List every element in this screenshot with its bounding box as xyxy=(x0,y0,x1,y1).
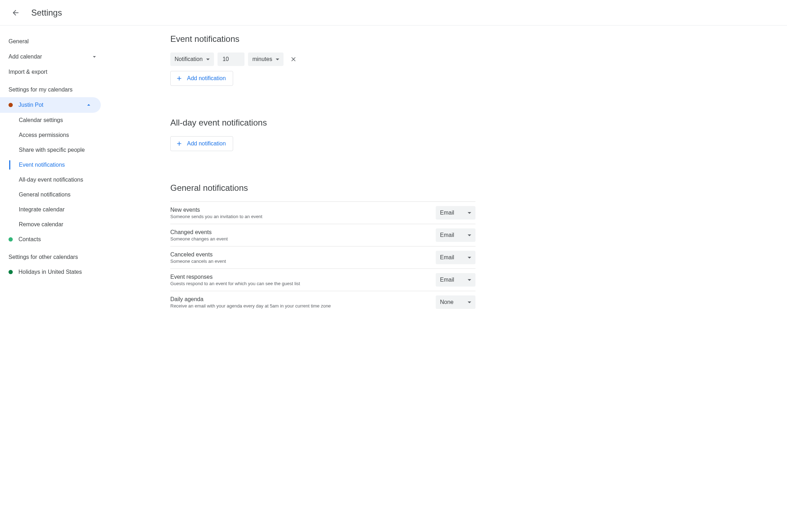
calendar-item-contacts[interactable]: Contacts xyxy=(0,232,106,247)
select-value: minutes xyxy=(252,56,272,62)
gen-row-desc: Someone cancels an event xyxy=(170,259,226,264)
main-content: Event notifications Notification minutes… xyxy=(106,26,490,322)
gen-row-select[interactable]: Email xyxy=(436,273,475,287)
gen-row-desc: Someone sends you an invitation to an ev… xyxy=(170,214,262,219)
sub-item-share[interactable]: Share with specific people xyxy=(10,143,106,157)
sidebar-item-import-export[interactable]: Import & export xyxy=(0,65,106,79)
gen-row-desc: Receive an email with your agenda every … xyxy=(170,303,331,309)
section-allday-notifications: All-day event notifications Add notifica… xyxy=(170,118,475,151)
select-value: Email xyxy=(440,210,454,216)
gen-row-select[interactable]: Email xyxy=(436,206,475,220)
add-notification-button[interactable]: Add notification xyxy=(170,71,233,86)
select-value: Email xyxy=(440,232,454,238)
sidebar-item-add-calendar[interactable]: Add calendar xyxy=(0,49,106,65)
sidebar-section-other-calendars: Settings for other calendars xyxy=(0,247,106,265)
notification-row: Notification minutes xyxy=(170,52,475,66)
gen-row-select[interactable]: None xyxy=(436,295,475,309)
general-notifications-list: New events Someone sends you an invitati… xyxy=(170,201,475,313)
sidebar-item-general[interactable]: General xyxy=(0,34,106,49)
calendar-color-dot xyxy=(9,103,13,107)
gen-row-desc: Guests respond to an event for which you… xyxy=(170,281,300,286)
gen-row-title: New events xyxy=(170,207,262,213)
sidebar-label: Add calendar xyxy=(9,54,42,60)
page-title: Settings xyxy=(31,8,62,18)
sub-item-access-permissions[interactable]: Access permissions xyxy=(10,128,106,143)
back-button[interactable] xyxy=(9,6,23,20)
select-value: Email xyxy=(440,277,454,283)
caret-down-icon xyxy=(468,257,471,259)
calendar-color-dot xyxy=(9,270,13,274)
chevron-down-icon xyxy=(91,53,98,60)
notification-value-input[interactable] xyxy=(218,52,244,66)
sub-item-integrate-calendar[interactable]: Integrate calendar xyxy=(10,202,106,217)
select-value: Notification xyxy=(175,56,203,62)
gen-row-daily-agenda: Daily agenda Receive an email with your … xyxy=(170,291,475,313)
select-value: Email xyxy=(440,254,454,261)
sub-item-calendar-settings[interactable]: Calendar settings xyxy=(10,113,106,128)
caret-down-icon xyxy=(468,212,471,214)
gen-row-title: Event responses xyxy=(170,274,300,280)
sub-item-event-notifications[interactable]: Event notifications xyxy=(10,157,106,172)
gen-row-title: Changed events xyxy=(170,229,228,235)
gen-row-new-events: New events Someone sends you an invitati… xyxy=(170,202,475,224)
sidebar: General Add calendar Import & export Set… xyxy=(0,26,106,322)
add-label: Add notification xyxy=(187,75,226,82)
chevron-up-icon xyxy=(85,101,92,109)
sidebar-section-my-calendars: Settings for my calendars xyxy=(0,79,106,97)
caret-down-icon xyxy=(468,279,471,281)
remove-notification-button[interactable] xyxy=(287,53,300,66)
section-event-notifications: Event notifications Notification minutes… xyxy=(170,34,475,86)
sidebar-label: General xyxy=(9,38,29,45)
caret-down-icon xyxy=(468,234,471,236)
sub-item-allday-notifications[interactable]: All-day event notifications xyxy=(10,172,106,187)
caret-down-icon xyxy=(206,59,210,60)
caret-down-icon xyxy=(276,59,279,60)
calendar-item-holidays[interactable]: Holidays in United States xyxy=(0,265,106,279)
section-title: Event notifications xyxy=(170,34,475,44)
calendar-label: Contacts xyxy=(18,236,41,243)
calendar-color-dot xyxy=(9,237,13,242)
gen-row-changed-events: Changed events Someone changes an event … xyxy=(170,224,475,246)
gen-row-canceled-events: Canceled events Someone cancels an event… xyxy=(170,246,475,269)
add-allday-notification-button[interactable]: Add notification xyxy=(170,136,233,151)
header: Settings xyxy=(0,0,787,26)
sidebar-label: Import & export xyxy=(9,69,47,75)
plus-icon xyxy=(176,75,183,82)
gen-row-select[interactable]: Email xyxy=(436,251,475,264)
gen-row-select[interactable]: Email xyxy=(436,228,475,242)
calendar-label: Holidays in United States xyxy=(18,269,82,275)
arrow-back-icon xyxy=(11,9,20,17)
gen-row-event-responses: Event responses Guests respond to an eve… xyxy=(170,269,475,291)
calendar-label: Justin Pot xyxy=(18,102,43,108)
close-icon xyxy=(290,56,297,63)
select-value: None xyxy=(440,299,453,305)
gen-row-desc: Someone changes an event xyxy=(170,236,228,242)
calendar-item-justin-pot[interactable]: Justin Pot xyxy=(0,97,101,113)
plus-icon xyxy=(176,140,183,147)
add-label: Add notification xyxy=(187,140,226,147)
sub-item-remove-calendar[interactable]: Remove calendar xyxy=(10,217,106,232)
section-title: General notifications xyxy=(170,183,475,193)
sub-item-general-notifications[interactable]: General notifications xyxy=(10,187,106,202)
section-general-notifications: General notifications New events Someone… xyxy=(170,183,475,313)
notification-unit-select[interactable]: minutes xyxy=(248,52,284,66)
caret-down-icon xyxy=(468,301,471,303)
gen-row-title: Canceled events xyxy=(170,251,226,258)
section-title: All-day event notifications xyxy=(170,118,475,128)
gen-row-title: Daily agenda xyxy=(170,296,331,303)
calendar-sub-items: Calendar settings Access permissions Sha… xyxy=(9,113,106,232)
notification-type-select[interactable]: Notification xyxy=(170,52,214,66)
